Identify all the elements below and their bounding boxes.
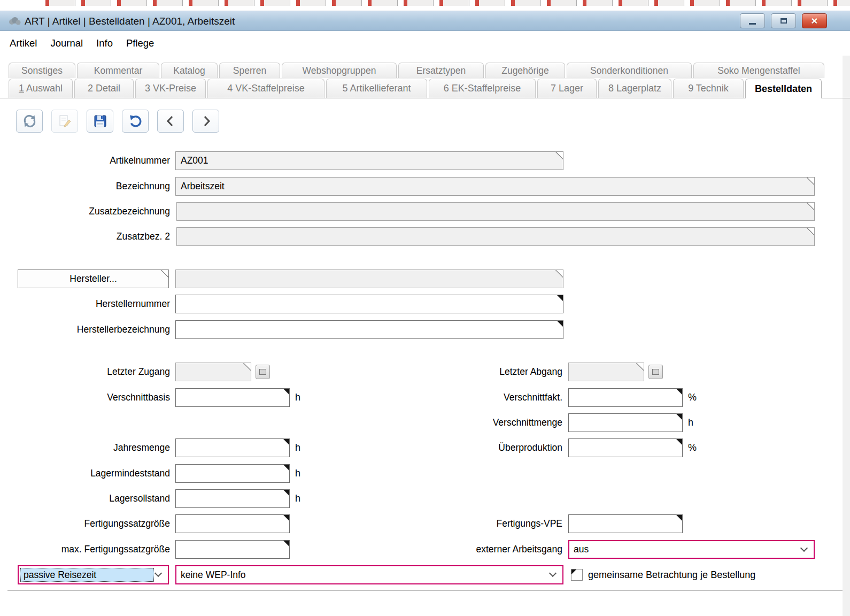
tab-sperren[interactable]: Sperren (219, 63, 280, 78)
tab-soko-mengenstaffel[interactable]: Soko Mengenstaffel (693, 63, 824, 78)
verschnittbasis-field[interactable] (175, 388, 290, 407)
zusatzbezeichnung-field (176, 202, 815, 221)
letzter-zugang-field (175, 363, 251, 381)
menu-pflege[interactable]: Pflege (126, 37, 154, 49)
next-button[interactable] (192, 110, 219, 133)
fold-corner-icon (676, 414, 682, 420)
save-button[interactable] (87, 110, 113, 133)
bottom-separator (7, 590, 843, 591)
wep-info-select[interactable]: keine WEP-Info (175, 565, 563, 584)
tab-underline (0, 98, 850, 98)
jahresmenge-unit: h (295, 438, 300, 457)
fold-corner-icon (557, 321, 563, 327)
tab-kommentar[interactable]: Kommentar (77, 63, 159, 78)
tab-5-artikellieferant[interactable]: 5 Artikellieferant (326, 79, 427, 98)
tab-6-ek-staffelpreise[interactable]: 6 EK-Staffelpreise (429, 79, 536, 98)
tab-sonstiges[interactable]: Sonstiges (9, 63, 75, 78)
verschnittmenge-unit: h (688, 413, 693, 432)
fold-corner-icon (807, 203, 814, 210)
fold-corner-icon (555, 270, 563, 278)
ueberproduktion-unit: % (688, 438, 697, 457)
gemeinsame-betrachtung-label: gemeinsame Betrachtung je Bestellung (588, 565, 755, 584)
fertigungssatzgroesse-field[interactable] (175, 514, 290, 533)
undo-icon (128, 114, 143, 128)
menu-artikel[interactable]: Artikel (10, 37, 37, 49)
application-window: ART | Artikel | Bestelldaten | AZ001, Ar… (0, 0, 850, 616)
max-fertigungssatzgroesse-field[interactable] (175, 540, 290, 559)
reisezeit-select[interactable]: passive Reisezeit (18, 565, 169, 584)
herstellerbezeichnung-field[interactable] (175, 320, 563, 339)
gemeinsame-betrachtung-checkbox[interactable] (571, 569, 583, 581)
lagersollstand-field[interactable] (175, 489, 290, 508)
verschnittmenge-label: Verschnittmenge (392, 413, 562, 432)
edit-button[interactable] (51, 110, 78, 133)
lagermindeststand-field[interactable] (175, 464, 290, 483)
externer-arbeitsgang-value: aus (574, 541, 589, 558)
fertigungs-vpe-field[interactable] (568, 514, 683, 533)
tab-9-technik[interactable]: 9 Technik (673, 79, 744, 98)
minimize-icon (749, 23, 756, 25)
herstellernummer-label: Herstellernummer (0, 295, 170, 313)
tab-webshopgruppen[interactable]: Webshopgruppen (282, 63, 397, 78)
window-controls: × (740, 13, 827, 28)
undo-button[interactable] (122, 110, 149, 133)
verschnittbasis-unit: h (295, 388, 300, 407)
jahresmenge-label: Jahresmenge (0, 438, 170, 457)
letzter-abgang-label: Letzter Abgang (392, 363, 562, 381)
tab-1-auswahl[interactable]: 1 Auswahl (9, 79, 73, 98)
artikelnummer-label: Artikelnummer (0, 151, 170, 170)
menu-journal[interactable]: Journal (50, 37, 83, 49)
externer-arbeitsgang-label: externer Arbeitsgang (392, 540, 562, 559)
letzter-abgang-picker-button[interactable] (648, 365, 663, 379)
verschnittmenge-field[interactable] (568, 413, 683, 432)
fold-corner-icon (807, 178, 814, 185)
tab-4-vk-staffelpreise[interactable]: 4 VK-Staffelpreise (207, 79, 324, 98)
herstellernummer-field[interactable] (175, 295, 563, 313)
picker-icon (259, 369, 266, 375)
tab-bestelldaten[interactable]: Bestelldaten (745, 79, 822, 98)
hersteller-button[interactable]: Hersteller... (18, 270, 169, 288)
lagermindeststand-label: Lagermindeststand (0, 464, 170, 483)
jahresmenge-field[interactable] (175, 438, 290, 457)
refresh-button[interactable] (16, 110, 43, 133)
chevron-down-icon (154, 569, 162, 577)
verschnittfakt-label: Verschnittfakt. (392, 388, 562, 407)
fold-corner-icon (283, 439, 289, 445)
hersteller-button-label: Hersteller... (69, 273, 117, 284)
hersteller-field (175, 270, 563, 288)
letzter-abgang-field (568, 363, 644, 381)
previous-button[interactable] (157, 110, 184, 133)
minimize-button[interactable] (740, 13, 765, 28)
scrollbar[interactable] (843, 56, 850, 616)
verschnittfakt-field[interactable] (568, 388, 683, 407)
close-icon: × (811, 14, 817, 28)
maximize-icon (781, 18, 787, 24)
fold-corner-icon (807, 228, 814, 235)
tab-8-lagerplatz[interactable]: 8 Lagerplatz (598, 79, 671, 98)
fold-corner-icon (283, 465, 289, 471)
tab-3-vk-preise[interactable]: 3 VK-Preise (135, 79, 206, 98)
maximize-button[interactable] (771, 13, 796, 28)
app-icon (7, 16, 21, 28)
tab-zugehoerige[interactable]: Zugehörige (485, 63, 565, 78)
ueberproduktion-field[interactable] (568, 438, 683, 457)
fertigungs-vpe-label: Fertigungs-VPE (392, 514, 562, 533)
letzter-zugang-picker-button[interactable] (256, 365, 270, 379)
chevron-down-icon (549, 569, 557, 577)
tab-ersatztypen[interactable]: Ersatztypen (398, 63, 484, 78)
menu-info[interactable]: Info (96, 37, 113, 49)
tab-7-lager[interactable]: 7 Lager (537, 79, 597, 98)
fold-corner-icon (676, 389, 682, 395)
ueberproduktion-label: Überproduktion (392, 438, 562, 457)
tab-sonderkonditionen[interactable]: Sonderkonditionen (567, 63, 692, 78)
edit-icon (58, 114, 72, 128)
fold-corner-icon (571, 569, 576, 574)
externer-arbeitsgang-select[interactable]: aus (568, 540, 815, 559)
verschnittbasis-label: Verschnittbasis (0, 388, 170, 407)
tab-katalog[interactable]: Katalog (161, 63, 218, 78)
toolbar (16, 110, 219, 133)
tab-2-detail[interactable]: 2 Detail (74, 79, 134, 98)
close-button[interactable]: × (802, 13, 827, 28)
fold-corner-icon (161, 270, 168, 278)
fold-corner-icon (283, 515, 289, 521)
